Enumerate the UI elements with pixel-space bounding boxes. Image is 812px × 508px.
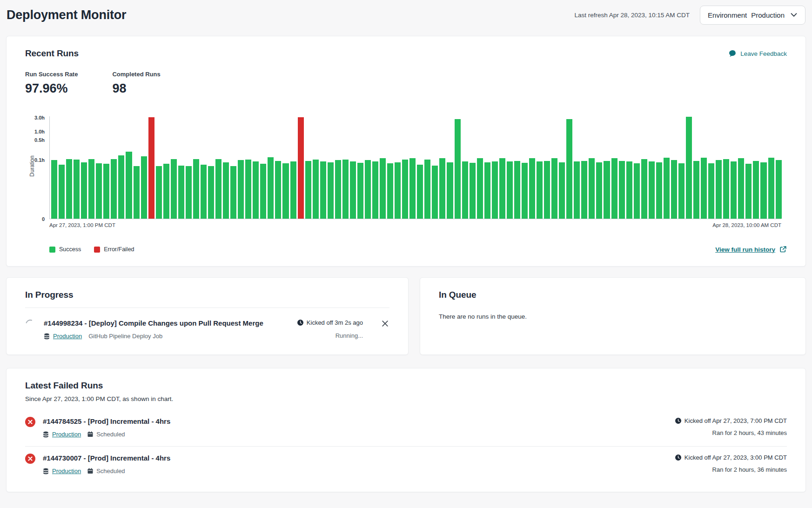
chart-bar-success[interactable] (671, 160, 677, 219)
chart-bar-success[interactable] (768, 158, 774, 219)
chart-bar-success[interactable] (619, 161, 625, 219)
environment-link[interactable]: Production (53, 333, 82, 340)
chart-bar-success[interactable] (611, 158, 617, 219)
chart-bar-success[interactable] (574, 161, 580, 219)
chart-bar-success[interactable] (81, 162, 87, 219)
chart-bar-success[interactable] (282, 163, 289, 219)
chart-bar-success[interactable] (537, 161, 543, 219)
chart-bar-success[interactable] (328, 162, 334, 219)
chart-bar-success[interactable] (201, 165, 207, 219)
chart-bar-success[interactable] (320, 161, 326, 219)
chart-bar-success[interactable] (589, 158, 595, 219)
chart-bar-success[interactable] (380, 158, 386, 219)
chart-bar-success[interactable] (432, 166, 438, 219)
chart-bar-success[interactable] (551, 158, 557, 219)
chart-bar-success[interactable] (305, 161, 311, 219)
environment-dropdown[interactable]: Environment Production (700, 6, 805, 25)
chart-bar-success[interactable] (342, 160, 349, 219)
chart-bar-success[interactable] (365, 160, 371, 219)
chart-bar-success[interactable] (178, 166, 184, 219)
chart-bar-success[interactable] (477, 158, 483, 219)
chart-bar-success[interactable] (402, 160, 408, 219)
chart-bar-success[interactable] (492, 161, 498, 219)
chart-bar-success[interactable] (88, 159, 94, 219)
chart-bar-success[interactable] (193, 159, 199, 219)
chart-bar-success[interactable] (693, 161, 699, 219)
chart-bar-success[interactable] (455, 119, 461, 219)
leave-feedback-link[interactable]: Leave Feedback (729, 50, 787, 58)
chart-bar-success[interactable] (118, 155, 124, 219)
chart-bar-success[interactable] (409, 158, 416, 219)
environment-link[interactable]: Production (52, 468, 81, 475)
chart-bar-success[interactable] (678, 163, 684, 219)
chart-bar-success[interactable] (357, 163, 363, 219)
chart-bar-success[interactable] (470, 163, 476, 219)
view-full-run-history-link[interactable]: View full run history (715, 246, 787, 253)
chart-bar-success[interactable] (51, 160, 57, 219)
chart-bar-success[interactable] (701, 158, 707, 219)
chart-bar-error[interactable] (298, 117, 304, 219)
chart-bar-success[interactable] (96, 163, 102, 219)
chart-bar-success[interactable] (208, 166, 214, 219)
chart-bar-success[interactable] (372, 161, 378, 219)
chart-bar-success[interactable] (387, 163, 393, 219)
chart-bar-success[interactable] (708, 163, 714, 219)
chart-bar-success[interactable] (186, 166, 192, 219)
chart-bar-success[interactable] (760, 162, 766, 219)
chart-bar-success[interactable] (447, 162, 453, 219)
chart-bar-success[interactable] (626, 161, 632, 219)
chart-bar-success[interactable] (514, 161, 520, 219)
chart-bar-success[interactable] (544, 161, 550, 219)
chart-bar-success[interactable] (462, 161, 468, 219)
chart-bar-success[interactable] (275, 161, 281, 219)
chart-bar-success[interactable] (753, 161, 759, 219)
chart-bar-success[interactable] (290, 161, 296, 219)
chart-bar-success[interactable] (566, 119, 572, 219)
chart-bar-success[interactable] (716, 160, 722, 219)
chart-bar-success[interactable] (335, 160, 341, 219)
chart-bar-success[interactable] (731, 161, 737, 219)
chart-bar-success[interactable] (604, 161, 610, 219)
chart-bar-success[interactable] (103, 164, 109, 219)
chart-bar-success[interactable] (126, 152, 132, 219)
close-icon[interactable] (381, 319, 389, 328)
chart-bar-success[interactable] (745, 164, 752, 219)
chart-bar-success[interactable] (641, 159, 647, 219)
chart-bar-success[interactable] (253, 161, 259, 219)
chart-bar-success[interactable] (507, 161, 513, 219)
chart-bar-success[interactable] (313, 160, 319, 219)
chart-bar-success[interactable] (581, 161, 587, 219)
chart-bar-success[interactable] (634, 163, 640, 219)
chart-bar-success[interactable] (738, 158, 744, 219)
chart-bar-success[interactable] (268, 157, 274, 219)
chart-bar-success[interactable] (664, 158, 670, 219)
chart-bar-success[interactable] (424, 160, 430, 219)
chart-bar-success[interactable] (59, 165, 65, 219)
chart-bar-success[interactable] (74, 160, 80, 219)
chart-bar-success[interactable] (171, 159, 177, 219)
chart-bar-success[interactable] (723, 159, 729, 219)
chart-bar-success[interactable] (215, 159, 221, 219)
chart-bar-success[interactable] (141, 156, 147, 219)
chart-bar-success[interactable] (66, 159, 72, 219)
chart-bar-success[interactable] (559, 162, 565, 219)
chart-bar-success[interactable] (529, 158, 535, 219)
chart-bar-success[interactable] (417, 165, 423, 219)
chart-bar-success[interactable] (134, 166, 140, 219)
chart-bar-success[interactable] (776, 160, 782, 219)
chart-bar-success[interactable] (156, 166, 162, 219)
chart-bar-success[interactable] (499, 158, 505, 219)
chart-bar-success[interactable] (439, 158, 445, 219)
chart-bar-success[interactable] (596, 162, 602, 219)
chart-bar-error[interactable] (148, 117, 154, 219)
chart-bar-success[interactable] (260, 164, 266, 219)
chart-bar-success[interactable] (350, 161, 356, 219)
chart-bar-success[interactable] (656, 162, 662, 219)
chart-bar-success[interactable] (649, 161, 655, 219)
chart-bar-success[interactable] (686, 117, 692, 219)
chart-bar-success[interactable] (395, 162, 401, 219)
chart-bar-success[interactable] (223, 162, 229, 219)
environment-link[interactable]: Production (52, 431, 81, 438)
chart-bar-success[interactable] (111, 159, 117, 219)
chart-bar-success[interactable] (238, 160, 244, 219)
